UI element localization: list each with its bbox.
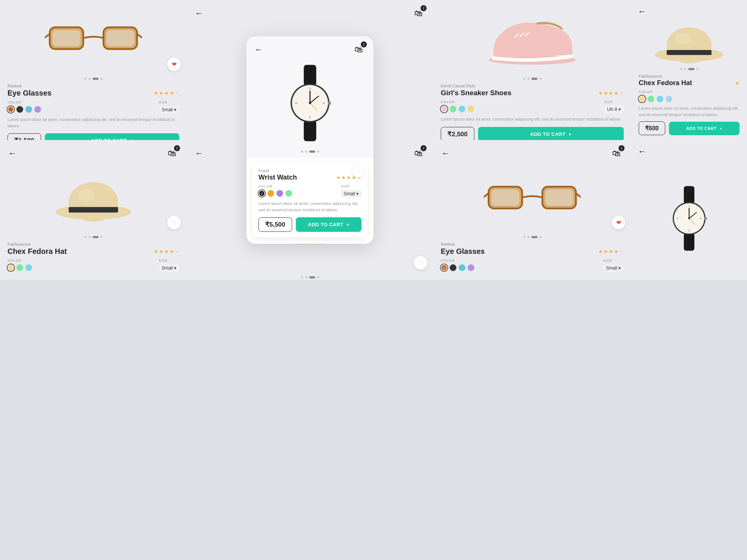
dot-3[interactable]: [93, 78, 99, 80]
color-swatch-2[interactable]: [267, 190, 274, 197]
color-swatch-3[interactable]: [25, 106, 32, 113]
add-to-cart-button-eyeglasses-top[interactable]: ADD TO CART +: [45, 133, 179, 140]
color-swatch-1[interactable]: [7, 264, 14, 271]
cart-icon-wrap[interactable]: 🛍 2: [165, 147, 179, 160]
dot-3[interactable]: [309, 150, 315, 153]
dot-3[interactable]: [531, 78, 537, 80]
dot-2[interactable]: [305, 150, 307, 153]
color-swatch-1[interactable]: [7, 106, 14, 113]
size-sel[interactable]: Small ▾: [603, 264, 624, 272]
cart-wrap[interactable]: 🛍 2: [610, 147, 623, 160]
cart-wrap[interactable]: 🛍 2: [412, 147, 425, 160]
cs2[interactable]: [648, 96, 654, 102]
favorite-button-watch[interactable]: ♡: [353, 166, 364, 177]
d2[interactable]: [684, 68, 686, 70]
star-2: ★: [159, 90, 164, 96]
d4[interactable]: [539, 236, 542, 238]
carousel-dots-fedora: [0, 233, 187, 240]
color-swatch-4[interactable]: [34, 106, 41, 113]
d3[interactable]: [688, 68, 694, 70]
dot-1[interactable]: [301, 150, 303, 153]
dot-3[interactable]: [93, 236, 99, 238]
d1[interactable]: [680, 68, 682, 70]
add-to-cart-watch[interactable]: ADD TO CART +: [296, 217, 362, 232]
cart-wrap[interactable]: 🛍 2: [412, 7, 425, 20]
action: ₹2,500 ADD TO CART +: [441, 127, 624, 140]
back-arrow[interactable]: ←: [195, 149, 203, 158]
dot-4[interactable]: [317, 150, 319, 153]
brand: Denill Casual Style: [441, 84, 624, 88]
dot-4[interactable]: [100, 78, 103, 80]
size-selector[interactable]: Small ▾: [159, 106, 179, 113]
watch-options: COLOR ✓ SIZE Small ▾: [258, 184, 362, 197]
d1[interactable]: [523, 236, 526, 238]
dot-2[interactable]: [527, 78, 530, 80]
dot-1[interactable]: [301, 276, 303, 279]
back-arrow[interactable]: ←: [638, 147, 646, 156]
color-swatch-2[interactable]: [16, 106, 23, 113]
size-selector[interactable]: Small ▾: [159, 264, 179, 272]
back-arrow-icon[interactable]: ←: [8, 149, 16, 158]
dot-4[interactable]: [317, 276, 319, 279]
cs-4[interactable]: [468, 106, 474, 112]
cs2[interactable]: [450, 264, 456, 271]
d4[interactable]: [696, 68, 698, 70]
dot-4[interactable]: [100, 236, 103, 238]
size-sel[interactable]: UK-8 ▾: [604, 106, 624, 113]
title-row: Chex Fedora Hat ★: [639, 79, 740, 87]
back-arrow[interactable]: ←: [441, 149, 450, 158]
color-dots: [441, 106, 474, 112]
back-arrow[interactable]: ←: [195, 9, 203, 18]
cs4[interactable]: [666, 96, 672, 102]
back-arrow-watch[interactable]: ←: [255, 45, 263, 55]
price: ₹600: [639, 121, 665, 135]
star-4: ★: [614, 90, 619, 96]
dot-3[interactable]: [309, 276, 315, 279]
star-5: ★: [175, 90, 179, 96]
color-swatch-2[interactable]: [16, 264, 23, 271]
color-swatch-1[interactable]: ✓: [258, 190, 265, 197]
favorite-button-fedora-bottom[interactable]: ♡: [167, 216, 181, 229]
watch-right-card: ←: [631, 140, 747, 280]
cs-2[interactable]: [450, 106, 456, 112]
color-label: COLOR: [7, 100, 41, 104]
s3: ★: [609, 249, 613, 254]
dot-2[interactable]: [305, 276, 307, 279]
star-1: ★: [154, 249, 158, 254]
cart-icon-watch[interactable]: 🛍 2: [352, 43, 365, 56]
cs1[interactable]: ✓: [441, 264, 447, 271]
star-5: ★: [175, 249, 179, 254]
s2: ★: [604, 249, 608, 254]
dot-4[interactable]: [539, 78, 542, 80]
cs3[interactable]: [459, 264, 465, 271]
color-swatch-3[interactable]: [25, 264, 32, 271]
dot-1[interactable]: [84, 78, 87, 80]
back-arrow[interactable]: ←: [638, 7, 646, 16]
d3[interactable]: [531, 236, 537, 238]
dot-2[interactable]: [89, 236, 91, 238]
color-swatch-3[interactable]: [276, 190, 283, 197]
cs1[interactable]: [639, 96, 645, 102]
size-label: SIZE: [604, 100, 624, 104]
brand-label: FabSeasons: [7, 242, 179, 246]
cs4[interactable]: [468, 264, 474, 271]
color-swatch-4[interactable]: [285, 190, 292, 197]
favorite-button-eyeglasses-top[interactable]: ❤: [167, 57, 181, 71]
cs3[interactable]: [657, 96, 663, 102]
favorite-button-sneaker-bottom[interactable]: ♡: [414, 256, 427, 270]
d2[interactable]: [527, 236, 530, 238]
size-selector-watch[interactable]: Small ▾: [341, 190, 362, 197]
cs-3[interactable]: [459, 106, 465, 112]
svg-rect-31: [545, 189, 573, 206]
dot-2[interactable]: [89, 78, 91, 80]
size-option: SIZE Small ▾: [159, 100, 179, 113]
dot-1[interactable]: [84, 236, 87, 238]
watch-title: Wrist Watch: [258, 174, 297, 181]
cs-1[interactable]: [441, 106, 447, 112]
svg-point-25: [309, 102, 311, 104]
plus-icon: +: [568, 131, 571, 137]
dot-1[interactable]: [523, 78, 526, 80]
fav-glasses-bottom[interactable]: ❤: [612, 216, 625, 229]
add-to-cart-sneaker-shoes[interactable]: ADD TO CART +: [478, 127, 624, 140]
add-to-cart-fedora-right[interactable]: ADD TO CART +: [669, 122, 740, 135]
